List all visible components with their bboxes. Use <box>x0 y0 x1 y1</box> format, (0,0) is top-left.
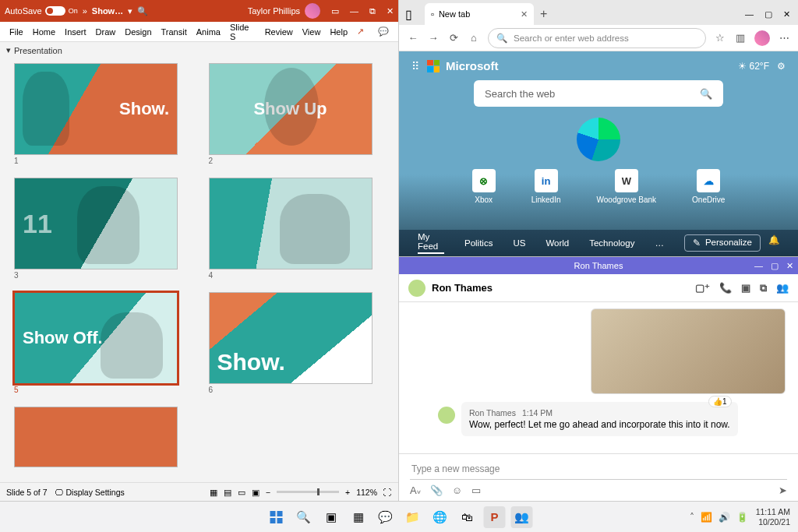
user-name[interactable]: Taylor Phillips <box>248 6 300 16</box>
tile-woodgrove[interactable]: WWoodgrove Bank <box>597 169 657 204</box>
ribbon-tab-draw[interactable]: Draw <box>91 27 121 37</box>
vertical-tabs-icon[interactable]: ▯ <box>399 3 418 25</box>
comments-button[interactable]: 💬 <box>373 26 394 37</box>
start-button[interactable] <box>266 506 288 528</box>
reading-view-icon[interactable]: ▭ <box>238 488 245 497</box>
address-bar[interactable]: 🔍 Search or enter web address <box>488 28 706 48</box>
fit-window-icon[interactable]: ⛶ <box>383 488 392 497</box>
slide-1[interactable]: Show. 1 <box>14 63 190 165</box>
browser-tab[interactable]: ▫ New tab ✕ <box>425 3 534 25</box>
slideshow-icon[interactable]: ▣ <box>252 488 260 497</box>
feed-tab-world[interactable]: World <box>546 238 569 248</box>
widgets-icon[interactable]: ▦ <box>348 506 369 528</box>
refresh-button[interactable]: ⟳ <box>447 32 460 44</box>
collections-icon[interactable]: ▥ <box>734 32 747 44</box>
teams-minimize[interactable]: — <box>754 261 763 271</box>
back-button[interactable]: ← <box>407 32 419 44</box>
zoom-in[interactable]: + <box>345 488 350 497</box>
teams-close[interactable]: ✕ <box>786 261 793 271</box>
maximize-button[interactable]: ⧉ <box>369 6 376 16</box>
store-icon[interactable]: 🛍 <box>457 506 478 528</box>
app-launcher-icon[interactable]: ⠿ <box>411 60 421 72</box>
clock[interactable]: 11:11 AM 10/20/21 <box>756 507 790 527</box>
ribbon-tab-view[interactable]: View <box>298 27 326 37</box>
ribbon-tab-insert[interactable]: Insert <box>60 27 91 37</box>
ribbon-tab-help[interactable]: Help <box>325 27 352 37</box>
forward-button[interactable]: → <box>427 32 440 44</box>
settings-icon[interactable]: ⚙ <box>777 61 786 72</box>
feed-tab-us[interactable]: US <box>513 238 525 248</box>
slide-6[interactable]: Show. 6 <box>209 292 385 394</box>
ntp-search-box[interactable]: Search the web 🔍 <box>474 80 723 107</box>
tile-onedrive[interactable]: ☁OneDrive <box>692 169 725 204</box>
tile-xbox[interactable]: ⊗Xbox <box>472 169 496 204</box>
slide-7[interactable] <box>14 407 190 467</box>
compose-input[interactable]: Type a new message <box>410 460 787 480</box>
slide-4[interactable]: 4 <box>209 178 385 280</box>
attach-icon[interactable]: 📎 <box>430 484 443 496</box>
edge-minimize[interactable]: — <box>745 9 754 19</box>
outline-header[interactable]: ▾ Presentation <box>0 42 398 58</box>
send-icon[interactable]: ➤ <box>779 484 787 496</box>
collapse-icon[interactable]: ▾ <box>6 45 11 55</box>
add-people-icon[interactable]: 👥 <box>776 282 789 294</box>
zoom-level[interactable]: 112% <box>356 488 377 497</box>
contact-name[interactable]: Ron Thames <box>432 282 493 294</box>
ribbon-tab-design[interactable]: Design <box>120 27 156 37</box>
ribbon-tab-transitions[interactable]: Transit <box>157 27 192 37</box>
home-button[interactable]: ⌂ <box>468 32 480 44</box>
slide-5[interactable]: Show Off. 5 <box>14 292 190 394</box>
autosave-toggle[interactable]: AutoSave On <box>5 6 78 16</box>
ribbon-tab-slideshow[interactable]: Slide S <box>225 23 260 41</box>
close-button[interactable]: ✕ <box>387 6 394 16</box>
gif-icon[interactable]: ▭ <box>471 484 481 496</box>
display-settings[interactable]: 🖵 Display Settings <box>55 488 125 497</box>
ribbon-display-icon[interactable]: ▭ <box>331 6 339 16</box>
popout-icon[interactable]: ⧉ <box>760 282 767 294</box>
share-button[interactable]: ↗ <box>352 26 369 37</box>
zoom-out[interactable]: − <box>266 488 270 497</box>
feed-tab-myfeed[interactable]: My Feed <box>418 232 444 254</box>
search-submit-icon[interactable]: 🔍 <box>700 88 712 100</box>
normal-view-icon[interactable]: ▦ <box>210 488 217 497</box>
teams-maximize[interactable]: ▢ <box>771 261 779 271</box>
emoji-icon[interactable]: ☺ <box>452 484 462 496</box>
volume-icon[interactable]: 🔊 <box>719 512 730 523</box>
chat-message[interactable]: 👍1 Ron Thames 1:14 PM Wow, perfect! Let … <box>461 402 738 436</box>
video-call-icon[interactable]: ▢⁺ <box>695 282 710 294</box>
task-view-icon[interactable]: ▣ <box>320 506 342 528</box>
wifi-icon[interactable]: 📶 <box>701 512 712 523</box>
edge-maximize[interactable]: ▢ <box>764 9 772 19</box>
dropdown-icon[interactable]: ▾ <box>128 6 132 16</box>
minimize-button[interactable]: — <box>350 6 358 16</box>
ribbon-tab-file[interactable]: File <box>5 27 28 37</box>
notifications-icon[interactable]: 🔔 <box>768 234 779 252</box>
feed-tab-more[interactable]: … <box>655 238 664 248</box>
menu-icon[interactable]: ⋯ <box>778 32 790 44</box>
user-avatar[interactable] <box>305 3 320 19</box>
teams-taskbar-icon[interactable]: 👥 <box>511 506 533 528</box>
chat-icon[interactable]: 💬 <box>375 506 397 528</box>
share-screen-icon[interactable]: ▣ <box>741 282 750 294</box>
document-title[interactable]: Show… <box>92 6 123 16</box>
explorer-icon[interactable]: 📁 <box>402 506 424 528</box>
zoom-slider[interactable] <box>277 491 339 493</box>
feed-tab-politics[interactable]: Politics <box>464 238 493 248</box>
slide-2[interactable]: Show Up 2 <box>209 63 385 165</box>
sorter-view-icon[interactable]: ▤ <box>224 488 231 497</box>
personalize-button[interactable]: ✎Personalize <box>684 234 761 252</box>
close-tab-icon[interactable]: ✕ <box>521 9 528 19</box>
battery-icon[interactable]: 🔋 <box>736 512 748 523</box>
ribbon-tab-animations[interactable]: Anima <box>192 27 225 37</box>
ribbon-tab-review[interactable]: Review <box>260 27 298 37</box>
ribbon-tab-home[interactable]: Home <box>28 27 60 37</box>
qa-overflow[interactable]: » <box>83 6 87 16</box>
profile-avatar[interactable] <box>754 30 770 46</box>
tile-linkedin[interactable]: inLinkedIn <box>531 169 561 204</box>
new-tab-button[interactable]: + <box>534 3 553 25</box>
favorites-icon[interactable]: ☆ <box>714 32 726 44</box>
slide-3[interactable]: 11 3 <box>14 178 190 280</box>
powerpoint-taskbar-icon[interactable]: P <box>484 506 506 528</box>
toggle-switch[interactable] <box>45 6 65 16</box>
audio-call-icon[interactable]: 📞 <box>719 282 732 294</box>
